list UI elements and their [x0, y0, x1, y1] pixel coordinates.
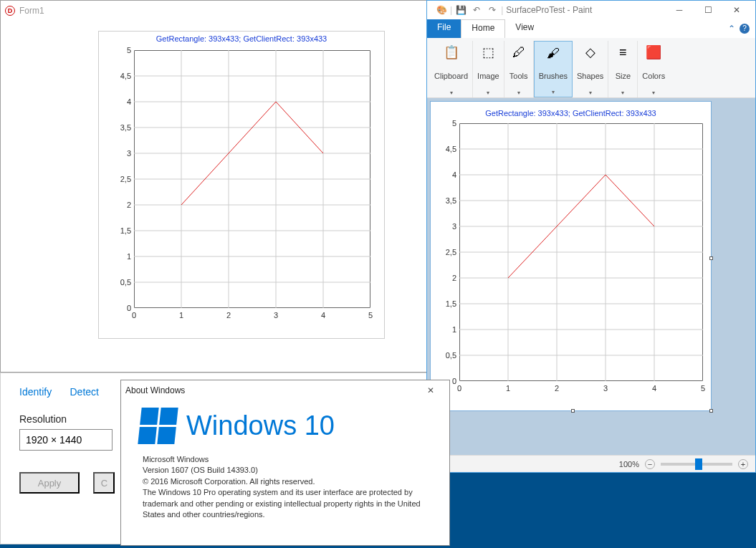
- collapse-ribbon-icon[interactable]: ⌃: [728, 24, 735, 34]
- size-icon: ≡: [613, 42, 633, 62]
- about-title: About Windows: [125, 385, 416, 395]
- apply-button[interactable]: Apply: [19, 472, 80, 494]
- paint-window: 🎨 | 💾 ↶ ↷ | SurfaceProTest - Paint ─ ☐ ✕…: [426, 0, 756, 473]
- paint-statusbar: 100% − +: [427, 455, 755, 472]
- paint-chart-svg: [459, 123, 703, 381]
- shapes-icon: ◇: [580, 42, 601, 62]
- paint-titlebar[interactable]: 🎨 | 💾 ↶ ↷ | SurfaceProTest - Paint ─ ☐ ✕: [427, 1, 755, 19]
- form1-titlebar[interactable]: D Form1: [1, 1, 429, 21]
- maximize-button[interactable]: ☐: [694, 0, 722, 20]
- ribbon-shapes[interactable]: ◇ Shapes ▾: [573, 41, 608, 97]
- chevron-down-icon[interactable]: ▾: [589, 90, 592, 96]
- paint-title: SurfaceProTest - Paint: [506, 5, 665, 15]
- form1-window: D Form1 GetRectangle: 393x433; GetClient…: [0, 0, 430, 372]
- ribbon-image[interactable]: ⬚ Image ▾: [473, 41, 504, 97]
- close-button[interactable]: ✕: [722, 0, 751, 20]
- quick-access-toolbar: 🎨 | 💾 ↶ ↷ |: [431, 3, 506, 17]
- about-line3: © 2016 Microsoft Corporation. All rights…: [143, 476, 431, 487]
- about-windows-dialog: About Windows ✕ Windows 10 Microsoft Win…: [120, 380, 450, 546]
- chart-panel: GetRectangle: 393x433; GetClientRect: 39…: [98, 31, 385, 339]
- colors-icon: 🟥: [643, 42, 664, 62]
- chevron-down-icon[interactable]: ▾: [552, 89, 555, 95]
- zoom-slider[interactable]: [661, 463, 732, 466]
- paint-chart-title: GetRectangle: 393x433; GetClientRect: 39…: [431, 102, 711, 120]
- brush-icon: 🖌: [543, 43, 563, 63]
- ribbon-brushes[interactable]: 🖌 Brushes ▾: [534, 41, 573, 97]
- canvas[interactable]: GetRectangle: 393x433; GetClientRect: 39…: [430, 101, 712, 411]
- about-content: Windows 10 Microsoft Windows Version 160…: [121, 400, 449, 527]
- app-icon: D: [5, 6, 15, 16]
- resolution-input[interactable]: [19, 429, 113, 451]
- tab-file[interactable]: File: [427, 19, 461, 38]
- about-line4: The Windows 10 Pro operating system and …: [143, 487, 431, 520]
- tab-view[interactable]: View: [505, 19, 544, 38]
- chevron-down-icon[interactable]: ▾: [487, 90, 489, 96]
- paint-plot-area: 00,511,522,533,544,55 012345: [435, 120, 707, 407]
- tab-detect[interactable]: Detect: [70, 386, 98, 398]
- zoom-out-button[interactable]: −: [645, 459, 655, 469]
- chevron-down-icon[interactable]: ▾: [450, 90, 453, 96]
- windows-brand-text: Windows 10: [186, 410, 335, 441]
- other-button[interactable]: C: [93, 472, 115, 494]
- ribbon-clipboard[interactable]: 📋 Clipboard ▾: [430, 41, 473, 97]
- paint-app-icon: 🎨: [434, 3, 449, 17]
- about-titlebar[interactable]: About Windows ✕: [121, 380, 449, 400]
- plot-area: 00,511,522,533,544,55 012345: [105, 46, 378, 332]
- redo-icon[interactable]: ↷: [485, 3, 499, 17]
- ribbon-tools[interactable]: 🖊 Tools ▾: [504, 41, 534, 97]
- ribbon: 📋 Clipboard ▾ ⬚ Image ▾ 🖊 Tools ▾ 🖌 Brus…: [427, 38, 755, 98]
- chart-svg: [134, 50, 370, 308]
- ribbon-size[interactable]: ≡ Size ▾: [608, 41, 638, 97]
- about-close-button[interactable]: ✕: [416, 380, 445, 400]
- tab-identify[interactable]: Identify: [19, 386, 52, 398]
- tools-icon: 🖊: [509, 42, 529, 62]
- chevron-down-icon[interactable]: ▾: [652, 90, 655, 96]
- zoom-in-button[interactable]: +: [738, 459, 748, 469]
- zoom-label: 100%: [619, 460, 639, 468]
- chevron-down-icon[interactable]: ▾: [517, 90, 520, 96]
- save-icon[interactable]: 💾: [454, 3, 468, 17]
- form1-title: Form1: [19, 6, 425, 16]
- select-icon: ⬚: [478, 42, 498, 62]
- tab-home[interactable]: Home: [461, 19, 505, 38]
- chevron-down-icon[interactable]: ▾: [621, 90, 624, 96]
- about-line1: Microsoft Windows: [143, 454, 431, 465]
- ribbon-colors[interactable]: 🟥 Colors ▾: [638, 41, 669, 97]
- about-line2: Version 1607 (OS Build 14393.0): [143, 465, 431, 476]
- help-icon[interactable]: ?: [740, 24, 750, 34]
- undo-icon[interactable]: ↶: [469, 3, 484, 17]
- minimize-button[interactable]: ─: [665, 0, 694, 20]
- canvas-area[interactable]: GetRectangle: 393x433; GetClientRect: 39…: [427, 98, 755, 455]
- windows-logo-icon: [138, 408, 178, 444]
- ribbon-tabs: File Home View ⌃ ?: [427, 19, 755, 38]
- clipboard-icon: 📋: [441, 42, 461, 62]
- chart-title: GetRectangle: 393x433; GetClientRect: 39…: [99, 32, 384, 46]
